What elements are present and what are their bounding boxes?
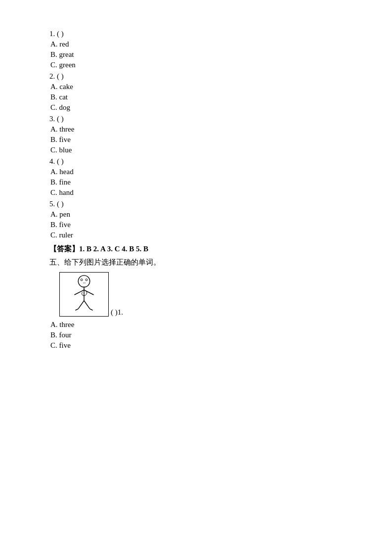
- question-5-option-2: B. five: [50, 221, 343, 229]
- answer-prefix: 【答案】: [49, 245, 79, 253]
- svg-line-5: [74, 290, 84, 295]
- section-five: 五、给下列图片选择正确的单词。 oo: [49, 258, 343, 350]
- question-1-option-3: C. green: [50, 61, 343, 69]
- section-five-paren: ( ): [111, 308, 118, 316]
- question-2-number: 2. ( ): [49, 72, 343, 81]
- figure-image: oo: [59, 272, 109, 317]
- question-5: 5. ( )A. penB. fiveC. ruler: [49, 200, 343, 239]
- question-3-option-2: B. five: [50, 136, 343, 144]
- question-3-option-1: A. three: [50, 125, 343, 134]
- question-1-number: 1. ( ): [49, 30, 343, 38]
- question-4-number: 4. ( ): [49, 157, 343, 166]
- section-five-item-label: ( )1.: [111, 308, 123, 319]
- section-five-options: A. threeB. fourC. five: [49, 321, 343, 350]
- question-4: 4. ( )A. headB. fineC. hand: [49, 157, 343, 197]
- question-1-option-1: A. red: [50, 40, 343, 48]
- question-2-option-1: A. cake: [50, 83, 343, 91]
- question-2: 2. ( )A. cakeB. catC. dog: [49, 72, 343, 112]
- question-2-option-3: C. dog: [50, 103, 343, 112]
- question-4-option-3: C. hand: [50, 188, 343, 197]
- question-4-option-1: A. head: [50, 168, 343, 176]
- svg-line-10: [90, 309, 93, 310]
- svg-point-2: [86, 279, 87, 281]
- svg-line-6: [84, 290, 94, 295]
- question-1-option-2: B. great: [50, 50, 343, 59]
- question-3-number: 3. ( ): [49, 115, 343, 123]
- section-five-image-row: oo ( )1.: [49, 272, 343, 319]
- svg-text:oo: oo: [83, 281, 86, 284]
- section-five-option-3: C. five: [50, 341, 343, 350]
- question-5-option-3: C. ruler: [50, 231, 343, 239]
- section-five-option-1: A. three: [50, 321, 343, 329]
- svg-line-7: [78, 301, 84, 309]
- svg-point-1: [81, 279, 83, 281]
- svg-line-8: [84, 301, 90, 309]
- question-4-option-2: B. fine: [50, 178, 343, 186]
- section-five-option-2: B. four: [50, 331, 343, 339]
- answer-block: 【答案】1. B 2. A 3. C 4. B 5. B: [49, 244, 343, 254]
- question-5-number: 5. ( ): [49, 200, 343, 208]
- section-five-number: 1.: [118, 308, 123, 316]
- section-five-title: 五、给下列图片选择正确的单词。: [49, 258, 343, 267]
- question-3-option-3: C. blue: [50, 146, 343, 154]
- svg-line-9: [75, 309, 78, 310]
- question-5-option-1: A. pen: [50, 210, 343, 219]
- questions-container: 1. ( )A. redB. greatC. green2. ( )A. cak…: [49, 30, 343, 239]
- answer-text: 1. B 2. A 3. C 4. B 5. B: [79, 245, 148, 253]
- question-3: 3. ( )A. threeB. fiveC. blue: [49, 115, 343, 154]
- question-2-option-2: B. cat: [50, 93, 343, 101]
- question-1: 1. ( )A. redB. greatC. green: [49, 30, 343, 69]
